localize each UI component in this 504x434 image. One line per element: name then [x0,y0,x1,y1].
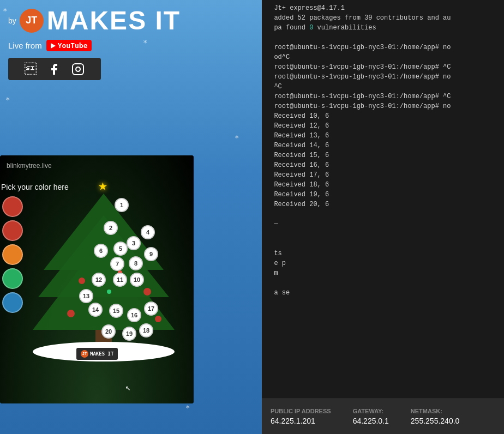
bubble-12[interactable]: 12 [92,273,106,287]
terminal-output[interactable]: Jt+ express@4.17.1 added 52 packages fro… [262,0,504,399]
bubble-4[interactable]: 4 [141,225,155,239]
swatch-blue[interactable] [2,292,23,313]
term-line: ^C [266,82,500,92]
snowflake: * [143,38,147,47]
bubble-1[interactable]: 1 [115,198,129,212]
snowflake: * [235,134,239,142]
term-line: Received 20, 6 [266,200,500,209]
tree-app: blinkmytree.live Pick your color here ★ [0,155,194,403]
gateway-label: GATEWAY: [353,408,389,414]
bubble-15[interactable]: 15 [109,304,123,318]
gateway-status-item: GATEWAY: 64.225.0.1 [353,408,389,425]
svg-point-14 [107,290,111,294]
term-line: root@ubuntu-s-1vcpu-1gb-nyc3-01:/home/ap… [266,101,500,111]
term-line: Received 17, 6 [266,170,500,180]
youtube-play-icon [51,43,56,49]
gateway-value: 64.225.0.1 [353,417,389,425]
right-panel: Jt+ express@4.17.1 added 52 packages fro… [262,0,504,434]
bubble-3[interactable]: 3 [127,236,141,250]
snowflake: * [3,7,7,15]
term-line: Received 16, 6 [266,160,500,170]
term-line: — [266,219,500,229]
term-line: ts [266,249,500,258]
ip-value: 64.225.1.201 [271,417,331,425]
header-area: by JT MAKES IT Live from YouTube  [0,0,262,83]
svg-point-11 [155,316,161,322]
jt-logo: JT [20,9,44,33]
term-line: od^C [266,52,500,62]
snowflake: * [5,95,10,104]
bubble-19[interactable]: 19 [122,327,136,341]
term-line [266,278,500,288]
term-line: root@ubuntu-s-1vcpu-1gb-nyc3-01:/home/ap… [266,43,500,52]
bubble-8[interactable]: 8 [129,256,143,270]
term-line: Received 13, 6 [266,131,500,141]
live-from-label: Live from [8,41,42,50]
bubble-17[interactable]: 17 [144,302,158,316]
term-line: Received 19, 6 [266,190,500,200]
swatch-orange[interactable] [2,244,23,265]
youtube-label: YouTube [58,41,88,50]
live-from-row: Live from YouTube [8,40,92,51]
facebook-icon-svg[interactable] [47,63,61,76]
cursor-icon: ↖ [125,382,131,393]
term-line [266,229,500,239]
brand-row: by JT MAKES IT [8,5,181,35]
term-line: added 52 packages from 39 contributors a… [266,13,500,23]
term-line: Received 14, 6 [266,141,500,150]
facebook-icon[interactable]:  [25,62,37,76]
social-bar:  [8,58,101,80]
bubble-11[interactable]: 11 [113,273,127,287]
snowflake: * [185,403,190,412]
bubble-10[interactable]: 10 [130,273,144,287]
bubble-20[interactable]: 20 [101,324,116,339]
term-line [266,239,500,249]
youtube-badge[interactable]: YouTube [46,40,92,51]
bubble-7[interactable]: 7 [110,257,124,271]
bubble-16[interactable]: 16 [127,308,141,322]
bubble-9[interactable]: 9 [144,247,158,261]
term-line: a se [266,288,500,298]
netmask-value: 255.255.240.0 [411,417,460,425]
swatch-red[interactable] [2,196,23,217]
term-line: root@ubuntu-s-1vcpu-1gb-nyc3-01:/home/ap… [266,92,500,101]
term-line: root@ubuntu-s-1vcpu-1gb-nyc3-01:/home/ap… [266,62,500,72]
term-line: Received 10, 6 [266,111,500,121]
makes-it-heading: MAKES IT [47,5,181,35]
sign-logo: JT [81,350,88,358]
ip-label: PUBLIC IP ADDRESS [271,408,331,414]
tree-sign: JT MAKES IT [76,348,118,360]
instagram-icon-svg[interactable] [71,63,85,76]
svg-rect-0 [73,64,83,75]
term-line: Jt+ express@4.17.1 [266,3,500,13]
tree-svg [27,172,180,368]
sign-text: MAKES IT [90,351,113,357]
bubble-14[interactable]: 14 [88,303,103,317]
tree-app-inner: blinkmytree.live Pick your color here ★ [0,155,194,403]
svg-point-10 [67,310,75,317]
bubble-5[interactable]: 5 [113,242,128,256]
bubble-6[interactable]: 6 [94,244,108,258]
netmask-label: NETMASK: [411,408,460,414]
swatch-red2[interactable] [2,220,23,241]
svg-point-8 [79,278,85,284]
svg-point-9 [143,288,151,296]
by-text: by [8,16,16,25]
term-line: pa found 0 vulnerabilities [266,23,500,33]
netmask-status-item: NETMASK: 255.255.240.0 [411,408,460,425]
color-swatches [2,196,23,313]
bubble-13[interactable]: 13 [79,289,93,303]
swatch-green[interactable] [2,268,23,289]
left-panel: * * * * * * by JT MAKES IT Live from You… [0,0,262,434]
status-bar: PUBLIC IP ADDRESS 64.225.1.201 GATEWAY: … [262,399,504,434]
term-line: Received 15, 6 [266,150,500,160]
bubble-2[interactable]: 2 [104,221,118,235]
term-line [266,33,500,43]
tree-container: ★ [27,172,180,390]
term-line: Received 12, 6 [266,121,500,131]
ip-status-item: PUBLIC IP ADDRESS 64.225.1.201 [271,408,331,425]
bubble-18[interactable]: 18 [139,323,153,337]
term-line: e p [266,258,500,268]
term-line: root@ubuntu-s-1vcpu-1gb-nyc3-01:/home/ap… [266,72,500,82]
blink-url: blinkmytree.live [7,162,52,170]
